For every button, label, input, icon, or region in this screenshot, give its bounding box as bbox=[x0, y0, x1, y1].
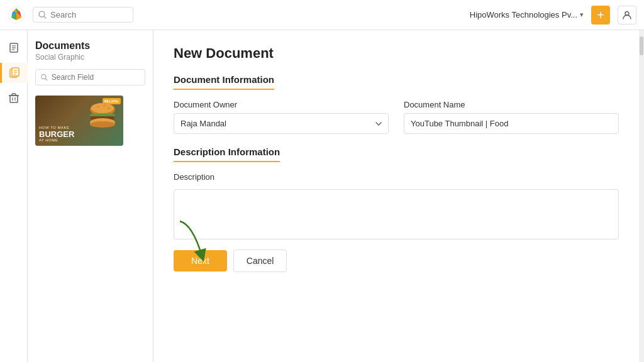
user-profile-icon[interactable] bbox=[618, 6, 636, 25]
svg-point-23 bbox=[108, 107, 110, 109]
page-title: New Document bbox=[174, 45, 619, 62]
left-search-input[interactable] bbox=[52, 73, 140, 82]
company-name: HipoWorks Technologies Pv... bbox=[470, 10, 577, 19]
document-name-input[interactable] bbox=[404, 113, 619, 134]
document-thumbnail[interactable]: MILLION+ HOW TO MAKE BURGER AT HOME bbox=[35, 96, 123, 146]
next-button[interactable]: Next bbox=[174, 250, 227, 272]
left-search-icon bbox=[41, 74, 48, 81]
add-button[interactable]: + bbox=[591, 6, 610, 25]
document-icon bbox=[8, 42, 19, 53]
section1-title: Document Information bbox=[174, 74, 274, 90]
cancel-button[interactable]: Cancel bbox=[233, 250, 287, 272]
svg-rect-13 bbox=[10, 96, 18, 102]
person-icon bbox=[622, 10, 632, 20]
content-area: New Document Document Information Docume… bbox=[153, 30, 639, 362]
sidebar-item-pages[interactable] bbox=[0, 63, 28, 83]
action-area: Next Cancel bbox=[174, 250, 619, 272]
scrollbar-thumb bbox=[640, 36, 643, 55]
form-row-1: Document Owner Raja Mandal Document Name bbox=[174, 100, 619, 134]
global-search-box[interactable] bbox=[33, 7, 133, 23]
section2-title: Description Information bbox=[174, 146, 280, 162]
document-owner-group: Document Owner Raja Mandal bbox=[174, 100, 389, 134]
document-info-section: Document Information Document Owner Raja… bbox=[174, 74, 619, 134]
left-panel-title: Documents bbox=[35, 40, 145, 52]
svg-point-27 bbox=[90, 121, 115, 128]
trash-icon bbox=[8, 92, 19, 104]
document-name-group: Document Name bbox=[404, 100, 619, 134]
button-row: Next Cancel bbox=[174, 250, 619, 272]
left-panel: Documents Social Graphic MILLION+ HOW TO… bbox=[28, 30, 153, 362]
left-search-box[interactable] bbox=[35, 69, 145, 85]
description-textarea[interactable] bbox=[174, 189, 619, 239]
right-scrollbar[interactable] bbox=[639, 30, 644, 362]
burger-illustration bbox=[87, 102, 118, 130]
company-selector[interactable]: HipoWorks Technologies Pv... ▾ bbox=[470, 10, 584, 19]
pages-icon bbox=[9, 67, 20, 79]
sidebar-item-documents[interactable] bbox=[4, 38, 24, 58]
description-info-section: Description Information Description bbox=[174, 146, 619, 239]
company-chevron-icon: ▾ bbox=[580, 11, 584, 19]
svg-line-2 bbox=[44, 16, 46, 18]
description-label: Description bbox=[174, 172, 619, 182]
app-logo bbox=[8, 6, 25, 24]
document-owner-label: Document Owner bbox=[174, 100, 389, 109]
search-icon bbox=[38, 11, 47, 19]
at-home-text: AT HOME bbox=[39, 138, 119, 142]
document-name-label: Document Name bbox=[404, 100, 619, 109]
left-panel-subtitle: Social Graphic bbox=[35, 53, 145, 62]
icon-sidebar bbox=[0, 30, 28, 362]
document-owner-select[interactable]: Raja Mandal bbox=[174, 113, 389, 134]
burger-title-text: BURGER bbox=[39, 130, 119, 138]
main-layout: Documents Social Graphic MILLION+ HOW TO… bbox=[0, 30, 644, 362]
svg-line-18 bbox=[45, 79, 47, 80]
sidebar-item-trash[interactable] bbox=[4, 88, 24, 108]
description-group: Description bbox=[174, 172, 619, 239]
global-search-input[interactable] bbox=[50, 10, 128, 19]
svg-point-20 bbox=[91, 103, 114, 113]
svg-point-22 bbox=[103, 105, 106, 106]
svg-rect-24 bbox=[90, 114, 115, 116]
svg-point-21 bbox=[97, 106, 99, 107]
navbar: HipoWorks Technologies Pv... ▾ + bbox=[0, 0, 644, 30]
